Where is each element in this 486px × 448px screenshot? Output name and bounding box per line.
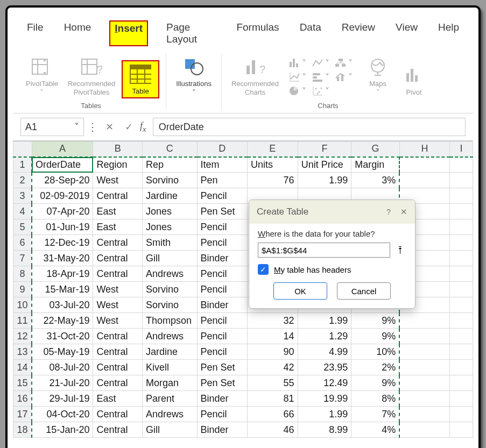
cell[interactable]: 21-Jul-20 xyxy=(32,375,93,391)
cell[interactable] xyxy=(450,360,473,375)
tab-file[interactable]: File xyxy=(25,20,46,46)
cell[interactable]: Pencil xyxy=(197,407,248,422)
cell[interactable] xyxy=(450,235,473,251)
name-box[interactable]: A1 ˅ xyxy=(20,118,84,136)
header-cell[interactable]: OrderDate xyxy=(32,157,93,173)
row-header[interactable]: 11 xyxy=(13,313,32,329)
cell[interactable] xyxy=(450,422,473,438)
cell[interactable]: 08-Jul-20 xyxy=(32,360,93,375)
cell[interactable]: East xyxy=(93,219,143,235)
cell[interactable]: 7% xyxy=(351,407,399,422)
cell[interactable]: Central xyxy=(93,235,143,251)
hierarchy-chart-button[interactable]: ˅ xyxy=(335,58,353,68)
select-all-corner[interactable] xyxy=(13,141,32,157)
cell[interactable]: Pencil xyxy=(197,313,248,329)
cell[interactable] xyxy=(450,219,473,235)
row-header[interactable]: 18 xyxy=(13,422,32,438)
cell[interactable]: 15-Jan-20 xyxy=(32,422,93,438)
cell[interactable]: 46 xyxy=(248,422,298,438)
cell[interactable]: Central xyxy=(93,188,143,204)
cell[interactable] xyxy=(450,157,473,173)
cell[interactable]: Morgan xyxy=(142,375,197,391)
cell[interactable]: Sorvino xyxy=(142,297,197,313)
cell[interactable] xyxy=(399,375,450,391)
table-row[interactable]: 1OrderDateRegionRepItemUnitsUnit PriceMa… xyxy=(13,157,473,173)
headers-checkbox[interactable]: ✓ xyxy=(258,264,269,275)
cell[interactable]: Kivell xyxy=(142,360,197,375)
cell[interactable] xyxy=(450,329,473,344)
cell[interactable] xyxy=(399,422,450,438)
row-header[interactable]: 4 xyxy=(13,204,32,219)
cell[interactable]: West xyxy=(93,282,143,297)
scatter-chart-button[interactable]: ˅ xyxy=(288,72,306,82)
cell[interactable] xyxy=(450,204,473,219)
cell[interactable] xyxy=(399,157,450,173)
cell[interactable]: 3% xyxy=(351,173,399,188)
table-row[interactable]: 1704-Oct-20CentralAndrewsPencil661.997% xyxy=(13,407,473,422)
cell[interactable] xyxy=(399,313,450,329)
cell[interactable]: 76 xyxy=(248,173,298,188)
maps-button[interactable]: Maps ˅ xyxy=(359,54,397,98)
cell[interactable]: Central xyxy=(93,375,143,391)
header-cell[interactable]: Item xyxy=(197,157,248,173)
row-header[interactable]: 5 xyxy=(13,219,32,235)
cell[interactable]: Pencil xyxy=(197,219,248,235)
cell[interactable] xyxy=(450,313,473,329)
cell[interactable]: 1.99 xyxy=(298,313,351,329)
col-header-B[interactable]: B xyxy=(93,141,143,157)
cell[interactable] xyxy=(399,360,450,375)
cell[interactable]: Sorvino xyxy=(142,282,197,297)
column-chart-button[interactable]: ˅ xyxy=(288,58,306,68)
col-header-D[interactable]: D xyxy=(197,141,248,157)
cell[interactable]: 07-Apr-20 xyxy=(32,204,93,219)
cell[interactable] xyxy=(450,188,473,204)
cell[interactable]: 1.99 xyxy=(298,173,351,188)
cell[interactable]: 23.95 xyxy=(298,360,351,375)
header-cell[interactable]: Unit Price xyxy=(298,157,351,173)
table-row[interactable]: 1521-Jul-20CentralMorganPen Set5512.499% xyxy=(13,375,473,391)
cell[interactable] xyxy=(450,344,473,360)
table-row[interactable]: 1231-Oct-20CentralAndrewsPencil141.299% xyxy=(13,329,473,344)
cell[interactable]: 31-May-20 xyxy=(32,251,93,266)
cell[interactable]: 9% xyxy=(351,313,399,329)
cell[interactable]: 15-Mar-19 xyxy=(32,282,93,297)
ok-button[interactable]: OK xyxy=(273,282,327,300)
cell[interactable]: 55 xyxy=(248,375,298,391)
cell[interactable]: Gill xyxy=(142,422,197,438)
cell[interactable]: Pencil xyxy=(197,344,248,360)
row-header[interactable]: 8 xyxy=(13,266,32,282)
cell[interactable]: Jones xyxy=(142,219,197,235)
column-headers[interactable]: A B C D E F G H I xyxy=(13,141,473,157)
cell[interactable]: 1.29 xyxy=(298,329,351,344)
chevron-down-icon[interactable]: ˅ xyxy=(74,121,79,133)
row-header[interactable]: 10 xyxy=(13,297,32,313)
row-header[interactable]: 13 xyxy=(13,344,32,360)
formula-input[interactable]: OrderDate xyxy=(153,118,466,136)
cell[interactable]: 12-Dec-19 xyxy=(32,235,93,251)
cell[interactable]: 14 xyxy=(248,329,298,344)
cell[interactable]: 02-09-2019 xyxy=(32,188,93,204)
cell[interactable]: East xyxy=(93,391,143,407)
cell[interactable]: Jardine xyxy=(142,344,197,360)
cell[interactable]: 9% xyxy=(351,375,399,391)
cell[interactable]: 22-May-19 xyxy=(32,313,93,329)
cell[interactable]: 01-Jun-19 xyxy=(32,219,93,235)
cell[interactable]: 8% xyxy=(351,391,399,407)
cancel-button[interactable]: Cancel xyxy=(337,282,391,300)
cell[interactable] xyxy=(399,344,450,360)
cell[interactable]: 19.99 xyxy=(298,391,351,407)
tab-help[interactable]: Help xyxy=(436,20,461,46)
cell[interactable]: Thompson xyxy=(142,313,197,329)
cell[interactable]: Pencil xyxy=(197,282,248,297)
vertical-dots-icon[interactable]: ⋮ xyxy=(87,120,98,133)
cell[interactable] xyxy=(450,391,473,407)
row-header[interactable]: 12 xyxy=(13,329,32,344)
header-cell[interactable]: Units xyxy=(248,157,298,173)
cell[interactable]: 12.49 xyxy=(298,375,351,391)
cell[interactable]: 8.99 xyxy=(298,422,351,438)
col-header-E[interactable]: E xyxy=(248,141,298,157)
cell[interactable]: West xyxy=(93,173,143,188)
row-header[interactable]: 15 xyxy=(13,375,32,391)
bar-chart-button[interactable]: ˅ xyxy=(312,72,329,82)
cell[interactable]: Gill xyxy=(142,251,197,266)
